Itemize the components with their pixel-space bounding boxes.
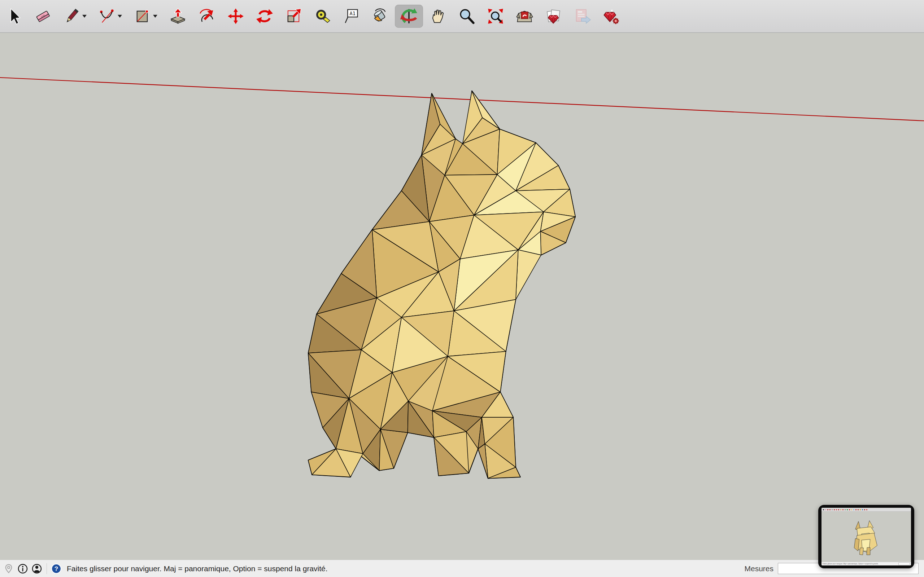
geolocation-icon[interactable] bbox=[3, 563, 15, 574]
followme-tool-button[interactable] bbox=[198, 5, 216, 28]
pip-toolbar-dot bbox=[855, 509, 856, 510]
pip-measurements-box bbox=[898, 562, 910, 565]
pip-toolbar-dot bbox=[838, 509, 839, 510]
screen-mirror-window[interactable]: Faites glisser pour naviguer. Maj = pano… bbox=[818, 505, 914, 568]
pip-toolbar-dot bbox=[834, 509, 835, 510]
arc-tool-dropdown-caret[interactable] bbox=[117, 15, 122, 18]
pip-toolbar-dot bbox=[851, 509, 852, 510]
paint-tool-button[interactable] bbox=[371, 5, 389, 28]
pip-canvas bbox=[822, 512, 911, 562]
model-box-tool-button[interactable] bbox=[515, 5, 533, 28]
pip-toolbar-dot bbox=[853, 509, 855, 510]
orbit-tool-button[interactable] bbox=[395, 5, 423, 28]
arc-tool-button[interactable] bbox=[98, 5, 123, 28]
pip-toolbar-dot bbox=[866, 509, 867, 510]
pip-toolbar-dot bbox=[858, 509, 859, 510]
ruby-script-tool-button[interactable] bbox=[544, 5, 562, 28]
pip-toolbar-dot bbox=[845, 509, 846, 510]
pip-toolbar-dot bbox=[849, 509, 850, 510]
statusbar-divider bbox=[47, 563, 47, 574]
export-tool-button[interactable] bbox=[573, 5, 591, 28]
svg-text:A1: A1 bbox=[350, 10, 355, 16]
zoom-tool-button[interactable] bbox=[458, 5, 476, 28]
pip-statusbar: Faites glisser pour naviguer. Maj = pano… bbox=[822, 562, 911, 566]
pip-toolbar-dot bbox=[823, 509, 824, 510]
zoom-extents-tool-button[interactable] bbox=[486, 5, 505, 28]
main-toolbar: pinkA1 bbox=[0, 0, 924, 33]
pip-toolbar bbox=[822, 508, 911, 512]
svg-text:?: ? bbox=[55, 566, 58, 572]
help-icon[interactable]: ? bbox=[50, 563, 62, 574]
line-tool-button[interactable] bbox=[63, 5, 87, 28]
info-icon[interactable] bbox=[17, 563, 29, 574]
pip-toolbar-dot bbox=[862, 509, 863, 510]
rotate-tool-button[interactable] bbox=[255, 5, 274, 28]
pip-toolbar-dot bbox=[842, 509, 843, 510]
pip-toolbar-dot bbox=[829, 509, 830, 510]
scale-tool-button[interactable] bbox=[284, 5, 302, 28]
pip-toolbar-dot bbox=[860, 509, 861, 510]
measurements-label: Mesures bbox=[744, 564, 774, 573]
tape-measure-tool-button[interactable] bbox=[313, 5, 331, 28]
select-tool-button[interactable] bbox=[5, 5, 23, 28]
pip-toolbar-dot bbox=[825, 509, 826, 510]
shape-tool-dropdown-caret[interactable] bbox=[153, 15, 158, 18]
model-lowpoly-dog[interactable] bbox=[300, 90, 577, 480]
pushpull-tool-button[interactable] bbox=[169, 5, 187, 28]
pan-tool-button[interactable] bbox=[429, 5, 447, 28]
pip-model-lowpoly-dog bbox=[852, 517, 880, 556]
text-tool-button[interactable]: A1 bbox=[342, 5, 360, 28]
eraser-tool-button[interactable]: pink bbox=[34, 5, 52, 28]
pip-toolbar-dot bbox=[827, 509, 828, 510]
line-tool-dropdown-caret[interactable] bbox=[82, 15, 87, 18]
drawing-viewport[interactable] bbox=[0, 33, 924, 560]
pip-status-message: Faites glisser pour naviguer. Maj = pano… bbox=[822, 563, 879, 565]
pip-toolbar-dot bbox=[832, 509, 833, 510]
pip-toolbar-dot bbox=[864, 509, 865, 510]
status-message: Faites glisser pour naviguer. Maj = pano… bbox=[67, 564, 328, 573]
pip-screen: Faites glisser pour naviguer. Maj = pano… bbox=[822, 508, 911, 566]
pip-toolbar-dot bbox=[836, 509, 837, 510]
move-tool-button[interactable] bbox=[227, 5, 245, 28]
status-bar: ? Faites glisser pour naviguer. Maj = pa… bbox=[0, 560, 924, 577]
shape-tool-button[interactable] bbox=[134, 5, 158, 28]
account-icon[interactable] bbox=[31, 563, 43, 574]
pip-toolbar-dot bbox=[840, 509, 842, 510]
pip-toolbar-dot bbox=[847, 509, 848, 510]
ruby-console-tool-button[interactable] bbox=[602, 5, 620, 28]
